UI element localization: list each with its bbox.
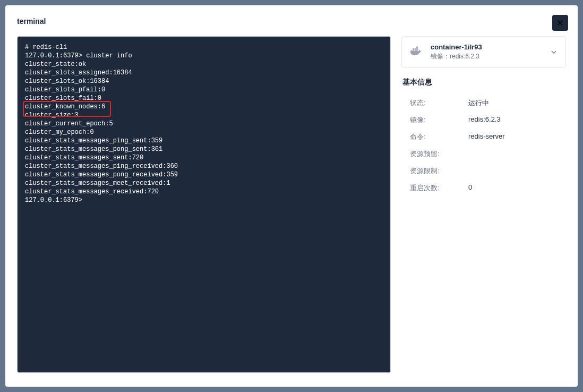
terminal-output[interactable]: # redis-cli127.0.0.1:6379> cluster infoc… <box>17 36 391 373</box>
info-label: 镜像: <box>410 115 468 125</box>
info-value <box>468 149 564 159</box>
terminal-line: cluster_state:ok <box>25 60 383 69</box>
info-label: 重启次数: <box>410 183 468 193</box>
svg-rect-5 <box>415 48 416 50</box>
terminal-line: cluster_slots_ok:16384 <box>25 77 383 86</box>
info-value: redis:6.2.3 <box>468 115 564 125</box>
info-label: 命令: <box>410 132 468 142</box>
terminal-line: cluster_stats_messages_sent:720 <box>25 154 383 162</box>
modal-content: # redis-cli127.0.0.1:6379> cluster infoc… <box>17 36 566 373</box>
info-label: 状态: <box>410 98 468 108</box>
container-sub-prefix: 镜像： <box>431 53 450 60</box>
terminal-line: cluster_size:3 <box>25 111 383 120</box>
chevron-down-icon <box>550 48 558 56</box>
info-rows: 状态:运行中镜像:redis:6.2.3命令:redis-server资源预留:… <box>401 95 566 197</box>
info-value: 运行中 <box>468 98 564 108</box>
info-value: 0 <box>468 183 564 193</box>
svg-rect-6 <box>416 48 418 50</box>
info-value <box>468 166 564 176</box>
info-label: 资源预留: <box>410 149 468 159</box>
terminal-line: cluster_slots_fail:0 <box>25 94 383 103</box>
info-section-title: 基本信息 <box>401 78 566 87</box>
terminal-line: cluster_stats_messages_pong_received:359 <box>25 171 383 179</box>
container-name: container-1ilr93 <box>431 43 543 51</box>
terminal-line: cluster_stats_messages_ping_sent:359 <box>25 137 383 145</box>
terminal-line: cluster_stats_messages_meet_received:1 <box>25 179 383 188</box>
container-subtitle: 镜像：redis:6.2.3 <box>431 52 543 61</box>
terminal-line: # redis-cli <box>25 43 383 52</box>
modal-title: terminal <box>17 17 566 25</box>
info-row: 资源限制: <box>401 163 566 180</box>
terminal-line: cluster_current_epoch:5 <box>25 120 383 128</box>
info-value: redis-server <box>468 132 564 142</box>
terminal-line: cluster_slots_pfail:0 <box>25 86 383 94</box>
terminal-line: 127.0.0.1:6379> cluster info <box>25 52 383 60</box>
docker-icon <box>409 46 424 58</box>
terminal-line: cluster_my_epoch:0 <box>25 128 383 137</box>
terminal-line: cluster_stats_messages_ping_received:360 <box>25 162 383 171</box>
terminal-line: cluster_stats_messages_pong_sent:361 <box>25 145 383 154</box>
terminal-modal: terminal # redis-cli127.0.0.1:6379> clus… <box>5 5 578 387</box>
close-icon <box>556 19 564 27</box>
svg-rect-4 <box>413 48 414 50</box>
info-row: 镜像:redis:6.2.3 <box>401 112 566 129</box>
container-sub-value: redis:6.2.3 <box>450 53 479 60</box>
svg-rect-7 <box>416 47 418 48</box>
info-row: 状态:运行中 <box>401 95 566 112</box>
info-row: 重启次数:0 <box>401 180 566 197</box>
terminal-line: 127.0.0.1:6379> <box>25 196 383 204</box>
close-button[interactable] <box>552 15 568 31</box>
container-card[interactable]: container-1ilr93 镜像：redis:6.2.3 <box>401 36 566 68</box>
terminal-line: cluster_known_nodes:6 <box>25 103 383 111</box>
side-panel: container-1ilr93 镜像：redis:6.2.3 基本信息 状态:… <box>401 36 566 373</box>
container-info: container-1ilr93 镜像：redis:6.2.3 <box>431 43 543 61</box>
info-row: 资源预留: <box>401 146 566 163</box>
terminal-line: cluster_stats_messages_received:720 <box>25 188 383 196</box>
info-row: 命令:redis-server <box>401 129 566 146</box>
info-label: 资源限制: <box>410 166 468 176</box>
terminal-line: cluster_slots_assigned:16384 <box>25 69 383 77</box>
